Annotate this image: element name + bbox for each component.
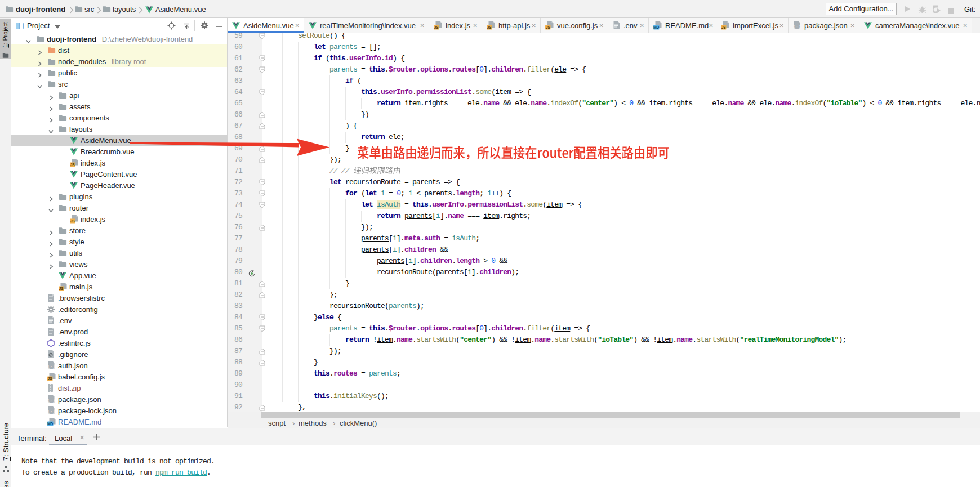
svg-text:{·}: {·}: [47, 364, 55, 369]
svg-text:JS: JS: [48, 377, 53, 381]
svg-text:{·}: {·}: [47, 397, 55, 403]
svg-text:MD: MD: [47, 422, 53, 426]
svg-text:MD: MD: [653, 25, 659, 29]
svg-text:{·}: {·}: [47, 409, 55, 414]
svg-text:JS: JS: [434, 25, 439, 29]
svg-text:JS: JS: [59, 287, 64, 291]
svg-text:JS: JS: [487, 25, 492, 29]
svg-text:JS: JS: [546, 25, 551, 29]
svg-text:JS: JS: [70, 219, 75, 223]
svg-text:JS: JS: [721, 25, 727, 29]
svg-text:{·}: {·}: [793, 24, 801, 29]
